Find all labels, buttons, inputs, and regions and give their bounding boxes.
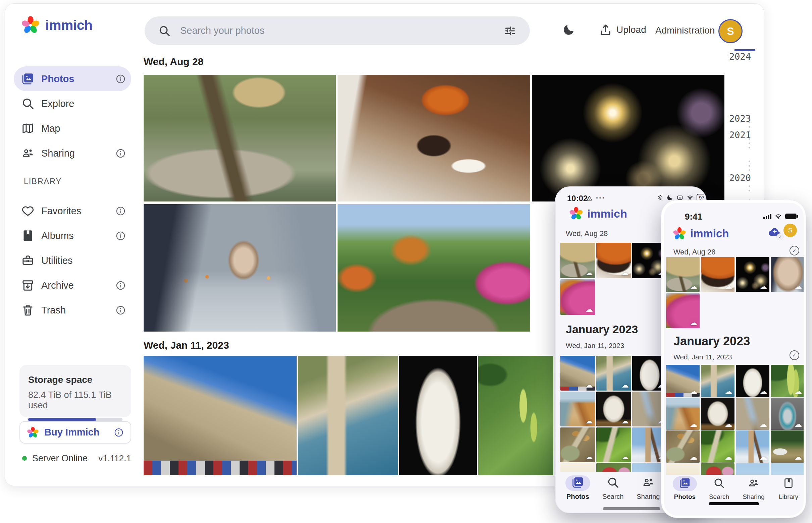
cloud-backup-icon <box>621 453 629 461</box>
photo-lizard-leaves[interactable] <box>560 428 595 462</box>
select-all-check-icon[interactable] <box>790 350 799 360</box>
cloud-backup-icon <box>621 381 629 390</box>
photo-stone-ruins[interactable] <box>736 398 770 430</box>
search-bar[interactable] <box>144 16 530 45</box>
info-icon[interactable] <box>116 74 126 84</box>
search-input[interactable] <box>180 25 494 36</box>
cloud-backup-icon <box>690 319 697 327</box>
sidebar-item-map[interactable]: Map <box>14 116 131 141</box>
sidebar-item-archive[interactable]: Archive <box>14 273 131 298</box>
timeline-year-2020[interactable]: 2020 <box>729 173 756 183</box>
photo-monkeys-at-zoo[interactable] <box>560 243 595 278</box>
nav-search[interactable]: Search <box>701 477 738 501</box>
info-icon[interactable] <box>116 231 126 241</box>
timeline-year-2021[interactable]: 2021 <box>729 130 756 140</box>
user-avatar[interactable]: S <box>783 223 797 237</box>
photo-autumn-park-path[interactable] <box>338 204 530 331</box>
photo-lizard-moss[interactable] <box>596 428 631 462</box>
nav-search[interactable]: Search <box>594 476 632 501</box>
immich-flower-icon <box>673 227 686 240</box>
photo-farm-field[interactable] <box>771 431 804 463</box>
photos-icon <box>21 72 35 86</box>
sidebar-item-explore[interactable]: Explore <box>14 91 131 116</box>
home-indicator[interactable] <box>709 502 759 505</box>
administration-link[interactable]: Administration <box>655 25 715 36</box>
photo-snowy-church[interactable] <box>736 431 770 463</box>
nav-library[interactable]: Library <box>770 477 804 501</box>
immich-logo[interactable]: immich <box>21 16 92 35</box>
sidebar-item-favorites[interactable]: Favorites <box>14 198 131 223</box>
photo-cupcake-tower[interactable] <box>771 398 804 430</box>
cloud-backup-icon <box>760 453 767 462</box>
photo-monkeys-at-zoo[interactable] <box>144 75 336 201</box>
photo-marble-bust[interactable] <box>736 365 770 397</box>
photo-fireworks[interactable] <box>736 257 770 292</box>
photo-autumn-park-path[interactable] <box>560 279 595 315</box>
nav-photos[interactable]: Photos <box>559 476 596 501</box>
photo-sea-grapes[interactable] <box>771 365 804 397</box>
cloud-backup-icon <box>586 269 593 277</box>
info-icon[interactable] <box>116 305 126 315</box>
photo-coastal-town[interactable] <box>298 356 398 475</box>
photo-beach-cliff[interactable] <box>560 392 595 427</box>
info-icon[interactable] <box>116 206 126 216</box>
date-group-header: Wed, Jan 11, 2023 <box>144 340 229 351</box>
select-all-check-icon[interactable] <box>790 246 799 255</box>
cloud-backup-icon <box>760 420 767 429</box>
photo-coastal-town[interactable] <box>596 356 631 391</box>
cellular-signal-icon <box>763 214 772 219</box>
upload-button[interactable]: Upload <box>599 23 646 37</box>
info-icon[interactable] <box>116 148 126 159</box>
sidebar-item-trash[interactable]: Trash <box>14 298 131 323</box>
photo-coastal-town[interactable] <box>701 365 735 397</box>
server-version: v1.112.1 <box>98 453 131 464</box>
date-group-header: Wed, Aug 28 <box>144 56 203 67</box>
cloud-backup-icon <box>795 282 802 291</box>
photo-holding-hands[interactable] <box>144 204 336 331</box>
user-avatar[interactable]: S <box>719 19 743 43</box>
photo-holding-hands[interactable] <box>771 257 804 292</box>
timeline-tick-dots[interactable] <box>748 122 750 123</box>
filter-tune-icon[interactable] <box>504 24 516 37</box>
photo-autumn-dinner-table[interactable] <box>701 257 735 292</box>
timeline-year-2023[interactable]: 2023 <box>729 113 756 124</box>
library-icon <box>782 477 795 489</box>
sidebar-item-sharing[interactable]: Sharing <box>14 141 131 166</box>
home-indicator[interactable] <box>603 507 660 510</box>
search-icon <box>21 97 35 110</box>
photo-lizard-moss[interactable] <box>701 431 735 463</box>
sidebar-item-photos[interactable]: Photos <box>14 66 131 91</box>
cloud-backup-icon <box>725 282 732 291</box>
nav-photos[interactable]: Photos <box>667 477 703 501</box>
cloud-backup-icon <box>725 420 732 429</box>
library-section-label: LIBRARY <box>24 177 62 186</box>
photo-autumn-dinner-table[interactable] <box>596 243 631 278</box>
photo-lizard-leaves[interactable] <box>666 431 699 463</box>
photo-autumn-park-path[interactable] <box>666 293 699 328</box>
photo-fortress-walls[interactable] <box>560 356 595 391</box>
buy-immich-button[interactable]: Buy Immich <box>19 421 131 444</box>
photo-marble-bust[interactable] <box>399 356 477 475</box>
info-icon[interactable] <box>116 280 126 291</box>
album-book-icon <box>21 229 35 242</box>
photo-sea-grapes[interactable] <box>478 356 553 475</box>
info-icon[interactable] <box>114 428 124 437</box>
sidebar-item-utilities[interactable]: Utilities <box>14 248 131 273</box>
photo-beach-cliff[interactable] <box>666 398 699 430</box>
photo-marble-sculpture[interactable] <box>596 392 631 427</box>
photo-autumn-dinner-table[interactable] <box>338 75 530 201</box>
sidebar-item-albums[interactable]: Albums <box>14 223 131 248</box>
photo-fireworks[interactable] <box>532 75 724 201</box>
avatar-initial: S <box>727 25 734 38</box>
timeline-year-2024[interactable]: 2024 <box>729 51 756 62</box>
people-icon <box>21 146 35 160</box>
photo-marble-sculpture[interactable] <box>701 398 735 430</box>
backup-cloud-icon[interactable] <box>767 225 783 239</box>
photo-monkeys-at-zoo[interactable] <box>666 257 699 292</box>
nav-sharing[interactable]: Sharing <box>735 477 772 501</box>
theme-toggle-button[interactable] <box>562 23 575 37</box>
photo-fortress-walls[interactable] <box>144 356 297 475</box>
battery-icon <box>785 214 797 219</box>
photo-fortress-walls[interactable] <box>666 365 699 397</box>
search-icon <box>607 476 619 489</box>
